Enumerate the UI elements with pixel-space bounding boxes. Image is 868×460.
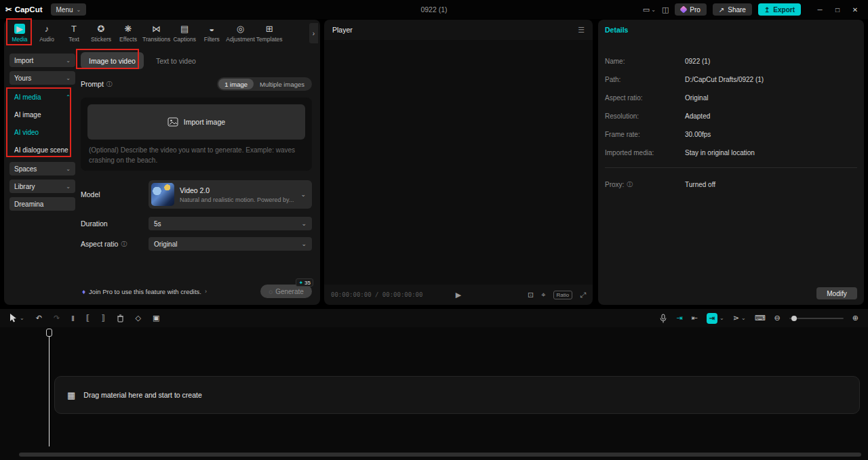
playhead-line <box>49 337 50 446</box>
prompt-label: Prompt ⓘ <box>81 80 113 89</box>
join-pro-link[interactable]: ♦ Join Pro to use this feature with cred… <box>82 288 207 295</box>
chevron-down-icon: ⌄ <box>66 166 71 172</box>
detail-row-imported-media: Imported media: Stay in original locatio… <box>605 149 857 156</box>
prompt-placeholder-text[interactable]: (Optional) Describe the video you want t… <box>87 146 305 165</box>
pro-badge[interactable]: Pro <box>675 3 707 16</box>
sidebar-item-spaces[interactable]: Spaces ⌄ <box>9 162 75 175</box>
chevron-down-icon: ⌄ <box>741 315 746 321</box>
sidebar-item-import[interactable]: Import ⌄ <box>9 54 75 67</box>
zoom-out-icon[interactable]: ⊖ <box>774 314 781 322</box>
maximize-button[interactable]: □ <box>830 3 845 16</box>
player-title: Player <box>332 26 353 34</box>
sidebar-item-yours[interactable]: Yours ⌄ <box>9 71 75 85</box>
capcut-logo: ✂ CapCut <box>5 5 43 14</box>
tab-effects[interactable]: ❋ Effects <box>115 24 142 43</box>
timeline-area[interactable]: ▦ Drag material here and start to create <box>0 327 868 460</box>
overlay-icon[interactable]: ▣ <box>153 314 159 322</box>
chevron-right-icon: › <box>205 288 207 295</box>
zoom-in-icon[interactable]: ⊕ <box>852 314 859 322</box>
select-tool-button[interactable]: ⌄ <box>9 314 24 322</box>
playhead[interactable] <box>46 329 52 337</box>
mask-icon[interactable]: ◇ <box>136 314 141 322</box>
info-icon: ⓘ <box>106 80 113 89</box>
model-select[interactable]: Video 2.0 Natural and realistic motion. … <box>149 180 312 209</box>
ratio-button[interactable]: Ratio <box>553 291 573 299</box>
voiceover-mic-icon[interactable] <box>659 314 667 323</box>
shortcut-keyboard-icon[interactable]: ⌨ <box>755 314 766 322</box>
cover-options-button[interactable]: ⋗ ⌄ <box>733 314 746 322</box>
modify-button[interactable]: Modify <box>816 287 857 299</box>
cursor-icon <box>9 314 17 322</box>
sidebar-item-ai-dialogue-scene[interactable]: AI dialogue scene <box>9 143 75 156</box>
delete-icon[interactable] <box>117 314 124 322</box>
tab-transitions[interactable]: ⋈ Transitions <box>142 24 171 43</box>
delete-right-icon[interactable]: ⟧ <box>101 314 104 322</box>
timeline-drop-zone[interactable]: ▦ Drag material here and start to create <box>54 376 860 414</box>
export-button[interactable]: ↥ Export <box>758 3 801 16</box>
model-name: Video 2.0 <box>180 186 295 194</box>
player-menu-icon[interactable]: ☰ <box>578 26 585 35</box>
player-panel: Player ☰ 00:00:00:00 / 00:00:00:00 ▶ ⊡ ⌖… <box>324 20 593 305</box>
play-button[interactable]: ▶ <box>456 291 461 299</box>
sidebar-item-dreamina[interactable]: Dreamina <box>9 197 75 211</box>
split-icon[interactable]: ‖ <box>71 314 75 322</box>
tab-text[interactable]: T Text <box>60 24 87 43</box>
export-label: Export <box>773 6 795 14</box>
aspect-ratio-select[interactable]: Original ⌄ <box>149 237 312 251</box>
sidebar-item-ai-video[interactable]: AI video <box>9 125 75 139</box>
sidebar-item-ai-media[interactable]: AI media ⌃ <box>9 90 75 104</box>
fullscreen-icon[interactable]: ⤢ <box>580 291 586 299</box>
image-count-toggle: 1 image Multiple images <box>217 77 312 91</box>
timeline-zoom-slider[interactable] <box>789 318 844 319</box>
prompt-area: Import image (Optional) Describe the vid… <box>81 98 312 171</box>
redo-icon[interactable]: ↷ <box>54 314 60 322</box>
toggle-one-image[interactable]: 1 image <box>218 79 254 89</box>
divider <box>605 167 857 168</box>
tab-captions[interactable]: ▤ Captions <box>171 24 198 43</box>
detail-row-path: Path: D:/CapCut Drafts/0922 (1) <box>605 76 857 83</box>
player-viewport[interactable] <box>324 40 593 285</box>
ribbon-tab-bar: ▶ Media ♪ Audio T Text ✪ Stickers ❋ Effe… <box>4 20 320 47</box>
panel-layout-icon[interactable]: ◫ <box>662 5 669 14</box>
tab-filters[interactable]: ◒ Filters <box>198 24 225 43</box>
tab-templates[interactable]: ⊞ Templates <box>256 24 283 43</box>
slider-knob[interactable] <box>791 316 797 321</box>
filters-icon: ◒ <box>209 24 214 34</box>
mirror-preview-icon[interactable]: ⊡ <box>528 291 534 299</box>
import-image-icon <box>167 117 178 127</box>
minimize-button[interactable]: ─ <box>812 3 827 16</box>
tab-adjustment[interactable]: ◎ Adjustment <box>225 24 256 43</box>
track-out-toggle-icon[interactable]: ⇤ <box>691 314 697 322</box>
tab-image-to-video[interactable]: Image to video <box>81 52 144 69</box>
import-image-dropzone[interactable]: Import image <box>87 104 305 140</box>
display-mode-icon[interactable]: ▭ ⌄ <box>643 5 656 14</box>
sidebar-item-ai-image[interactable]: AI image <box>9 108 75 121</box>
duration-select[interactable]: 5s ⌄ <box>149 217 312 230</box>
transitions-icon: ⋈ <box>152 24 161 34</box>
templates-icon: ⊞ <box>266 24 273 34</box>
undo-icon[interactable]: ↶ <box>36 314 42 322</box>
menu-button[interactable]: Menu ⌄ <box>51 3 87 16</box>
timeline-scrollbar[interactable] <box>19 453 861 457</box>
tab-audio[interactable]: ♪ Audio <box>33 24 60 43</box>
share-button[interactable]: ↗ Share <box>713 3 752 16</box>
timeline-empty-text: Drag material here and start to create <box>83 391 202 399</box>
delete-left-icon[interactable]: ⟦ <box>86 314 90 322</box>
tab-stickers[interactable]: ✪ Stickers <box>87 24 115 43</box>
pro-diamond-icon <box>680 5 688 13</box>
main-track-magnet-toggle[interactable]: ⇥ ⌄ <box>707 313 724 324</box>
ai-media-panel: Image to video Text to video Prompt ⓘ 1 … <box>75 47 320 305</box>
close-button[interactable]: ✕ <box>848 3 863 16</box>
menu-label: Menu <box>56 6 73 14</box>
zoom-fit-icon[interactable]: ⌖ <box>541 291 545 299</box>
tab-text-to-video[interactable]: Text to video <box>156 57 196 65</box>
toggle-multiple-images[interactable]: Multiple images <box>254 81 311 88</box>
ribbon-overflow-button[interactable]: › <box>309 23 318 43</box>
generate-button[interactable]: ◌ Generate <box>260 285 312 298</box>
sidebar-item-library[interactable]: Library ⌄ <box>9 180 75 193</box>
playhead-handle[interactable] <box>46 329 52 337</box>
track-in-toggle-icon[interactable]: ⇥ <box>676 314 682 322</box>
film-icon: ▦ <box>67 390 75 400</box>
export-icon: ↥ <box>764 6 770 14</box>
tab-media[interactable]: ▶ Media <box>6 24 33 43</box>
